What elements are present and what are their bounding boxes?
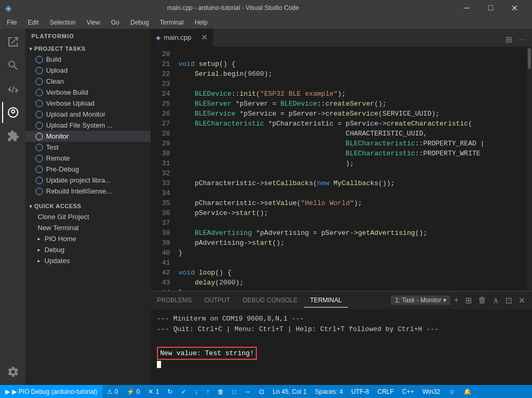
chevron-down-icon-terminal: ▾	[443, 297, 446, 304]
terminal-dropdown[interactable]: 1: Task - Monitor ▾	[391, 295, 450, 305]
status-download[interactable]: ↓	[190, 385, 202, 398]
more-actions-button[interactable]: ···	[517, 33, 528, 47]
sidebar-item-upload-monitor[interactable]: Upload and Monitor	[25, 109, 151, 120]
sidebar-item-new-terminal[interactable]: New Terminal	[25, 222, 151, 233]
code-line: BLEServer *pServer = BLEDevice::createSe…	[178, 99, 523, 109]
terminal-content[interactable]: --- Miniterm on COM19 9600,8,N,1 --- ---…	[151, 310, 532, 385]
status-platform[interactable]: Win32	[418, 385, 445, 398]
sidebar-item-upload[interactable]: Upload	[25, 65, 151, 76]
sidebar-item-upload-fs[interactable]: Upload File System ...	[25, 120, 151, 131]
code-line: BLEService *pService = pServer->createSe…	[178, 109, 523, 119]
status-box2[interactable]: ⊡	[255, 385, 268, 398]
tab-terminal[interactable]: TERMINAL	[304, 293, 348, 308]
sidebar-content: ▾ PROJECT TASKS Build Upload Clean Verbo…	[25, 43, 151, 385]
section-quick-access[interactable]: ▾ QUICK ACCESS	[25, 201, 151, 211]
section-quick-access-label: QUICK ACCESS	[35, 203, 82, 209]
close-button[interactable]: ✕	[503, 0, 527, 16]
status-arrows[interactable]: ↔	[240, 385, 255, 398]
debug-label: ▶ PIO Debug (arduino-tutorial)	[12, 388, 97, 395]
sidebar-item-predebug[interactable]: Pre-Debug	[25, 164, 151, 175]
error-count: 1	[155, 388, 159, 395]
sidebar-item-monitor[interactable]: Monitor	[25, 131, 151, 142]
rebuild-intellisense-icon	[36, 188, 43, 195]
code-line: pCharacteristic->setValue("Hello World")…	[178, 198, 523, 208]
rebuild-intellisense-label: Rebuild IntelliSense...	[46, 187, 112, 195]
sidebar-item-remote[interactable]: Remote	[25, 153, 151, 164]
tab-output[interactable]: OUTPUT	[198, 293, 236, 307]
tab-close-button[interactable]: ✕	[201, 32, 208, 42]
code-line: );	[178, 158, 523, 168]
status-lightning[interactable]: ⚡ 0	[122, 385, 144, 398]
kill-terminal-button[interactable]: 🗑	[476, 293, 489, 307]
restore-panel-button[interactable]: ⊡	[503, 293, 515, 308]
code-line	[178, 79, 523, 89]
sidebar-item-debug[interactable]: ▸ Debug	[25, 244, 151, 255]
menu-terminal[interactable]: Terminal	[156, 18, 188, 27]
sidebar-item-rebuild-intellisense[interactable]: Rebuild IntelliSense...	[25, 186, 151, 197]
menu-help[interactable]: Help	[190, 18, 212, 27]
status-eol[interactable]: CRLF	[373, 385, 398, 398]
sidebar-item-test[interactable]: Test	[25, 142, 151, 153]
status-language[interactable]: C++	[398, 385, 418, 398]
scrollbar-thumb	[528, 48, 531, 69]
menu-file[interactable]: File	[3, 18, 21, 27]
activity-settings[interactable]	[2, 361, 23, 382]
status-check[interactable]: ✓	[177, 385, 190, 398]
statusbar-left: ▶ ▶ PIO Debug (arduino-tutorial) ⚠ 0 ⚡ 0…	[0, 385, 268, 398]
test-icon	[36, 144, 43, 151]
sidebar-item-verbose-upload[interactable]: Verbose Upload	[25, 98, 151, 109]
activity-explorer[interactable]	[2, 31, 23, 52]
menu-selection[interactable]: Selection	[46, 18, 80, 27]
minimize-button[interactable]: ─	[455, 0, 479, 16]
terminal-dropdown-label: 1: Task - Monitor	[395, 297, 441, 304]
split-terminal-button[interactable]: ⊞	[462, 293, 474, 308]
section-project-tasks[interactable]: ▾ PROJECT TASKS	[25, 43, 151, 54]
maximize-button[interactable]: □	[479, 0, 503, 16]
menu-debug[interactable]: Debug	[126, 18, 153, 27]
add-terminal-button[interactable]: +	[451, 293, 461, 307]
status-refresh[interactable]: ↻	[163, 385, 177, 398]
code-editor[interactable]: void setup() { Serial.begin(9600); BLEDe…	[174, 47, 527, 291]
sidebar-item-build[interactable]: Build	[25, 54, 151, 65]
sidebar-item-clone-git[interactable]: Clone Git Project	[25, 211, 151, 222]
menu-view[interactable]: View	[82, 18, 104, 27]
sidebar-item-updates[interactable]: ▸ Updates	[25, 255, 151, 266]
code-line: BLECharacteristic::PROPERTY_READ |	[178, 139, 523, 149]
warning-count: 0	[115, 388, 118, 395]
sidebar-item-clean[interactable]: Clean	[25, 76, 151, 87]
clean-label: Clean	[46, 77, 64, 85]
status-position[interactable]: Ln 45, Col 1	[268, 385, 311, 398]
status-upload-btn[interactable]: ↑	[202, 385, 213, 398]
status-debug-item[interactable]: ▶ ▶ PIO Debug (arduino-tutorial)	[0, 385, 103, 398]
line-numbers: 20 21 22 23 24 25 26 27 28 29 30 31 32 3…	[151, 47, 174, 291]
tab-main-cpp[interactable]: ◈ main.cpp ✕	[151, 29, 213, 47]
status-encoding[interactable]: UTF-8	[347, 385, 373, 398]
menu-edit[interactable]: Edit	[24, 18, 43, 27]
status-box1[interactable]: □	[228, 385, 240, 398]
code-line: CHARACTERISTIC_UUID,	[178, 129, 523, 139]
status-bell[interactable]: 🔔	[459, 385, 476, 398]
sidebar-item-pio-home[interactable]: ▸ PIO Home	[25, 233, 151, 244]
code-line: BLEDevice::init("ESP32 BLE example");	[178, 89, 523, 99]
status-errors[interactable]: ✕ 1	[144, 385, 163, 398]
code-line: pCharacteristic->setCallbacks(new MyCall…	[178, 178, 523, 188]
status-trash[interactable]: 🗑	[213, 385, 228, 398]
sidebar-item-update-lib[interactable]: Update project libra...	[25, 175, 151, 186]
menu-go[interactable]: Go	[107, 18, 123, 27]
scrollbar[interactable]	[527, 47, 532, 291]
status-spaces[interactable]: Spaces: 4	[311, 385, 347, 398]
status-warnings[interactable]: ⚠ 0	[103, 385, 122, 398]
activity-platformio[interactable]	[2, 102, 23, 123]
close-panel-button[interactable]: ✕	[516, 293, 528, 308]
terminal-tabs: PROBLEMS OUTPUT DEBUG CONSOLE TERMINAL 1…	[151, 291, 532, 310]
sidebar-item-verbose-build[interactable]: Verbose Build	[25, 87, 151, 98]
status-smiley[interactable]: ☺	[445, 385, 459, 398]
activity-search[interactable]	[2, 55, 23, 76]
maximize-panel-button[interactable]: ∧	[490, 293, 502, 308]
tab-debug-console[interactable]: DEBUG CONSOLE	[236, 293, 304, 307]
activity-extensions[interactable]	[2, 126, 23, 146]
activity-scm[interactable]	[2, 78, 23, 99]
sidebar: PLATFORMIO ▾ PROJECT TASKS Build Upload …	[25, 29, 151, 385]
tab-problems[interactable]: PROBLEMS	[151, 293, 198, 307]
split-editor-button[interactable]: ⊞	[503, 32, 514, 47]
